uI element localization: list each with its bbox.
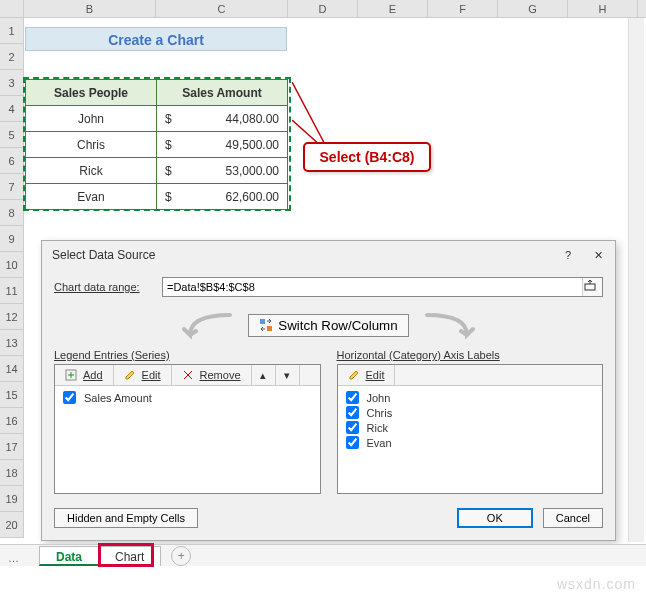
category-item[interactable]: Chris	[344, 405, 597, 420]
ok-button[interactable]: OK	[457, 508, 533, 528]
category-item[interactable]: John	[344, 390, 597, 405]
hidden-empty-cells-button[interactable]: Hidden and Empty Cells	[54, 508, 198, 528]
row-header[interactable]: 14	[0, 356, 24, 382]
switch-icon	[259, 318, 273, 332]
svg-rect-2	[585, 284, 595, 290]
table-row: Rick $53,000.00	[26, 158, 288, 184]
table-row: Chris $49,500.00	[26, 132, 288, 158]
row-header[interactable]: 6	[0, 148, 24, 174]
row-header[interactable]: 11	[0, 278, 24, 304]
cell-amount[interactable]: $53,000.00	[157, 158, 288, 184]
table-header-row: Sales People Sales Amount	[26, 80, 288, 106]
help-button[interactable]: ?	[557, 245, 579, 265]
move-up-button[interactable]: ▴	[252, 365, 276, 385]
cell-name[interactable]: Rick	[26, 158, 157, 184]
category-checkbox[interactable]	[346, 406, 359, 419]
col-header-D[interactable]: D	[288, 0, 358, 17]
switch-label: Switch Row/Column	[278, 318, 397, 333]
swoosh-right-icon	[421, 311, 477, 339]
annotation-callout: Select (B4:C8)	[303, 142, 431, 172]
vertical-scrollbar[interactable]	[628, 18, 644, 542]
col-header-C[interactable]: C	[156, 0, 288, 17]
edit-icon	[348, 368, 362, 382]
chevron-down-icon: ▾	[284, 369, 290, 382]
add-sheet-button[interactable]: +	[171, 546, 191, 566]
row-header[interactable]: 4	[0, 96, 24, 122]
remove-icon	[182, 368, 196, 382]
row-headers: 1 2 3 4 5 6 7 8 9 10 11 12 13 14 15 16 1…	[0, 18, 24, 538]
svg-rect-3	[260, 319, 265, 324]
category-checkbox[interactable]	[346, 436, 359, 449]
range-selector-button[interactable]	[582, 278, 602, 296]
row-header[interactable]: 3	[0, 70, 24, 96]
row-header[interactable]: 8	[0, 200, 24, 226]
chart-data-range-label: Chart data range:	[54, 281, 154, 293]
remove-series-button[interactable]: Remove	[172, 365, 252, 385]
title-merged-cell[interactable]: Create a Chart	[25, 27, 287, 51]
move-down-button[interactable]: ▾	[276, 365, 300, 385]
category-checkbox[interactable]	[346, 391, 359, 404]
chevron-up-icon: ▴	[260, 369, 266, 382]
row-header[interactable]: 1	[0, 18, 24, 44]
row-header[interactable]: 17	[0, 434, 24, 460]
cell-amount[interactable]: $44,080.00	[157, 106, 288, 132]
cell-name[interactable]: John	[26, 106, 157, 132]
dialog-title: Select Data Source	[52, 248, 155, 262]
row-header[interactable]: 19	[0, 486, 24, 512]
row-header[interactable]: 10	[0, 252, 24, 278]
edit-series-button[interactable]: Edit	[114, 365, 172, 385]
col-header-F[interactable]: F	[428, 0, 498, 17]
data-table: Sales People Sales Amount John $44,080.0…	[25, 79, 288, 210]
table-row: John $44,080.00	[26, 106, 288, 132]
cancel-button[interactable]: Cancel	[543, 508, 603, 528]
legend-entries-listbox: Add Edit Remove ▴ ▾ Sales Amount	[54, 364, 321, 494]
header-sales-people[interactable]: Sales People	[26, 80, 157, 106]
cell-amount[interactable]: $62,600.00	[157, 184, 288, 210]
row-header[interactable]: 16	[0, 408, 24, 434]
col-header-G[interactable]: G	[498, 0, 568, 17]
sheet-tab-data[interactable]: Data	[39, 546, 99, 566]
col-header-B[interactable]: B	[24, 0, 156, 17]
row-header[interactable]: 12	[0, 304, 24, 330]
close-button[interactable]: ✕	[587, 245, 609, 265]
axis-labels-label: Horizontal (Category) Axis Labels	[337, 349, 604, 361]
row-header[interactable]: 20	[0, 512, 24, 538]
dialog-titlebar[interactable]: Select Data Source ? ✕	[42, 241, 615, 269]
switch-row-column-button[interactable]: Switch Row/Column	[248, 314, 408, 337]
add-series-button[interactable]: Add	[55, 365, 114, 385]
select-data-source-dialog: Select Data Source ? ✕ Chart data range:…	[41, 240, 616, 541]
swoosh-left-icon	[180, 311, 236, 339]
category-item[interactable]: Rick	[344, 420, 597, 435]
svg-rect-4	[267, 326, 272, 331]
row-header[interactable]: 5	[0, 122, 24, 148]
table-row: Evan $62,600.00	[26, 184, 288, 210]
axis-labels-listbox: Edit John Chris Rick Evan	[337, 364, 604, 494]
cell-amount[interactable]: $49,500.00	[157, 132, 288, 158]
row-header[interactable]: 9	[0, 226, 24, 252]
row-header[interactable]: 7	[0, 174, 24, 200]
edit-icon	[124, 368, 138, 382]
chart-data-range-input[interactable]	[163, 278, 582, 296]
legend-entries-label: Legend Entries (Series)	[54, 349, 321, 361]
row-header[interactable]: 13	[0, 330, 24, 356]
header-sales-amount[interactable]: Sales Amount	[157, 80, 288, 106]
column-headers: B C D E F G H	[0, 0, 646, 18]
sheet-tab-bar: … Data Chart +	[0, 544, 646, 566]
watermark: wsxdn.com	[557, 576, 636, 592]
col-header-H[interactable]: H	[568, 0, 638, 17]
edit-axis-button[interactable]: Edit	[338, 365, 396, 385]
series-item[interactable]: Sales Amount	[61, 390, 314, 405]
row-header[interactable]: 18	[0, 460, 24, 486]
row-header[interactable]: 15	[0, 382, 24, 408]
row-header[interactable]: 2	[0, 44, 24, 70]
cell-name[interactable]: Evan	[26, 184, 157, 210]
cell-name[interactable]: Chris	[26, 132, 157, 158]
category-checkbox[interactable]	[346, 421, 359, 434]
sheet-tab-chart[interactable]: Chart	[98, 546, 161, 566]
category-item[interactable]: Evan	[344, 435, 597, 450]
chart-data-range-field[interactable]	[162, 277, 603, 297]
tab-nav-dots[interactable]: …	[8, 552, 19, 564]
corner-cell[interactable]	[0, 0, 24, 17]
series-checkbox[interactable]	[63, 391, 76, 404]
col-header-E[interactable]: E	[358, 0, 428, 17]
